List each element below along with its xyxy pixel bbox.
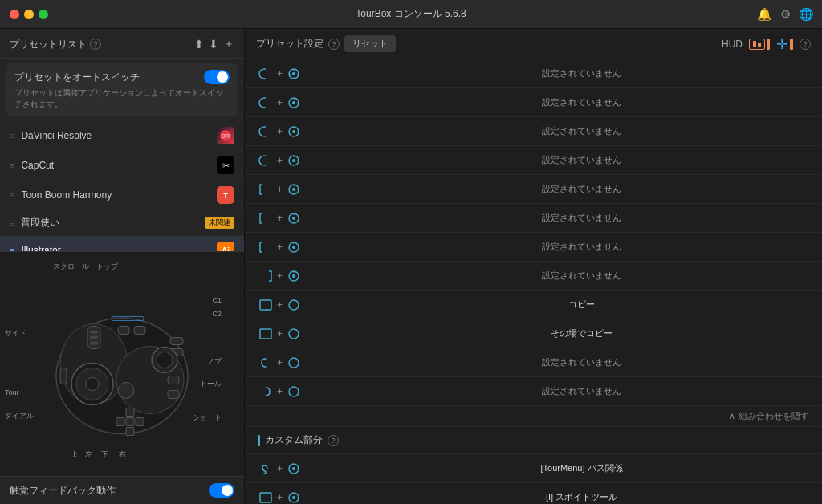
titlebar: TourBox コンソール 5.6.8 🔔 ⚙ 🌐 (0, 0, 822, 29)
svg-rect-75 (260, 493, 271, 502)
combo-knob-7 (286, 270, 302, 282)
combo-value-8: コピー (354, 299, 809, 311)
export-button[interactable]: ⬆ (194, 38, 204, 51)
add-preset-button[interactable]: ＋ (223, 37, 234, 51)
combo-knob-5 (286, 212, 302, 225)
combo-value-0: 設定されていません (354, 67, 809, 79)
combo-value-7: 設定されていません (354, 270, 809, 282)
hud-cross-icon[interactable]: ✛ (776, 37, 788, 51)
reset-button[interactable]: リセット (344, 35, 396, 52)
preset-list-label: プリセットリスト (10, 38, 87, 51)
device-section: スクロール トップ C1 C2 サイド ノブ トール Tour ダイアル ショー… (0, 251, 244, 476)
right-content: + 設定されていません + 設定されていません + (245, 59, 822, 504)
custom-combo-knob-1 (286, 491, 302, 504)
svg-point-41 (292, 101, 295, 104)
svg-rect-26 (126, 408, 134, 416)
hud-cross-divider (790, 39, 793, 50)
preset-list: ≡ DaVinci Resolve DR ≡ CapCut ✂ ≡ (0, 121, 244, 251)
svg-rect-24 (168, 390, 179, 398)
hud-icon-group (749, 39, 770, 50)
preset-settings-info-icon[interactable]: ? (328, 39, 340, 50)
right-panel: プリセット設定 ? リセット HUD ✛ ? (245, 29, 822, 504)
custom-combo-shape-1 (258, 491, 274, 504)
app-icon-davinci: DR (217, 127, 234, 144)
combo-row-3[interactable]: + 設定されていません (245, 146, 822, 175)
import-button[interactable]: ⬇ (209, 38, 218, 51)
combo-row-1[interactable]: + 設定されていません (245, 88, 822, 117)
hud-cross-group: ✛ (776, 37, 793, 51)
hud-divider (767, 39, 770, 50)
custom-section-header: カスタム部分 ? (245, 427, 822, 454)
svg-rect-27 (116, 417, 124, 425)
custom-section-bar (258, 435, 260, 446)
preset-name-illustrator: Illustrator (21, 245, 60, 251)
svg-point-22 (157, 352, 173, 368)
svg-text:DR: DR (222, 133, 230, 139)
preset-item-illustrator[interactable]: ≡ Illustrator Ai (0, 236, 244, 251)
combo-shape-2 (258, 125, 274, 138)
combo-value-11: 設定されていません (354, 385, 809, 397)
down-label: 下 (101, 449, 108, 460)
svg-rect-23 (168, 376, 179, 384)
svg-rect-65 (260, 300, 271, 310)
preset-item-toon[interactable]: ≡ Toon Boom Harmony T (0, 181, 244, 210)
custom-row-0[interactable]: + [TourMenu] パス関係 (245, 454, 822, 483)
top-label: トップ (96, 262, 118, 272)
hud-bar-1[interactable] (749, 39, 765, 50)
svg-point-70 (289, 387, 299, 396)
right-header-info-icon[interactable]: ? (800, 39, 811, 50)
svg-text:T: T (223, 192, 228, 200)
close-button[interactable] (10, 10, 19, 19)
auto-switch-box: プリセットをオートスイッチ プリセットは隣接アプリケーションによってオートスイッ… (6, 63, 238, 116)
titlebar-icons: 🔔 ⚙ 🌐 (757, 7, 814, 22)
maximize-button[interactable] (39, 10, 48, 19)
combo-row-5[interactable]: + 設定されていません (245, 204, 822, 233)
svg-rect-33 (758, 43, 761, 47)
svg-rect-16 (118, 326, 129, 334)
combo-value-3: 設定されていません (354, 154, 809, 166)
preset-item-futsuu[interactable]: ≡ 普段使い 未関連 (0, 210, 244, 236)
app-icon-illustrator: Ai (217, 242, 234, 251)
svg-point-57 (292, 217, 295, 220)
svg-point-69 (289, 358, 299, 368)
combo-row-7[interactable]: + 設定されていません (245, 262, 822, 291)
haptic-toggle[interactable] (209, 483, 234, 498)
combo-knob-2 (286, 125, 302, 138)
combo-row-0[interactable]: + 設定されていません (245, 59, 822, 88)
minimize-button[interactable] (24, 10, 34, 19)
svg-point-77 (292, 496, 295, 499)
preset-name-toon: Toon Boom Harmony (21, 189, 112, 201)
combo-row-9[interactable]: + その場でコピー (245, 319, 822, 348)
svg-rect-14 (90, 335, 98, 339)
combo-row-8[interactable]: + コピー (245, 291, 822, 319)
preset-badge-futsuu: 未関連 (205, 217, 234, 229)
combo-row-6[interactable]: + 設定されていません (245, 233, 822, 262)
combo-shape-10 (258, 356, 274, 369)
svg-point-66 (289, 300, 299, 310)
svg-text:✂: ✂ (222, 161, 230, 170)
combo-row-10[interactable]: + 設定されていません (245, 348, 822, 377)
nob-label: ノブ (207, 356, 222, 367)
combo-knob-8 (286, 299, 302, 311)
svg-rect-30 (126, 427, 134, 435)
settings-icon[interactable]: ⚙ (780, 7, 791, 22)
right-header: プリセット設定 ? リセット HUD ✛ ? (245, 29, 822, 59)
combo-row-11[interactable]: + 設定されていません (245, 377, 822, 406)
hide-combo-row[interactable]: ∧ 組み合わせを隠す (245, 406, 822, 427)
custom-combo-knob-0 (286, 462, 302, 475)
preset-item-davinci[interactable]: ≡ DaVinci Resolve DR (0, 121, 244, 151)
combo-shape-0 (258, 67, 274, 80)
custom-section-info-icon[interactable]: ? (328, 435, 339, 446)
bell-icon[interactable]: 🔔 (757, 7, 772, 22)
preset-list-info-icon[interactable]: ? (90, 39, 101, 50)
combo-knob-4 (286, 183, 302, 196)
auto-switch-toggle[interactable] (204, 70, 230, 84)
custom-row-1[interactable]: + [I] スポイトツール (245, 483, 822, 504)
preset-item-capcut[interactable]: ≡ CapCut ✂ (0, 151, 244, 181)
combo-knob-6 (286, 241, 302, 254)
combo-row-4[interactable]: + 設定されていません (245, 175, 822, 204)
svg-rect-32 (753, 41, 756, 47)
side-label: サイド (5, 328, 26, 339)
combo-row-2[interactable]: + 設定されていません (245, 117, 822, 146)
info-icon[interactable]: 🌐 (799, 7, 814, 22)
